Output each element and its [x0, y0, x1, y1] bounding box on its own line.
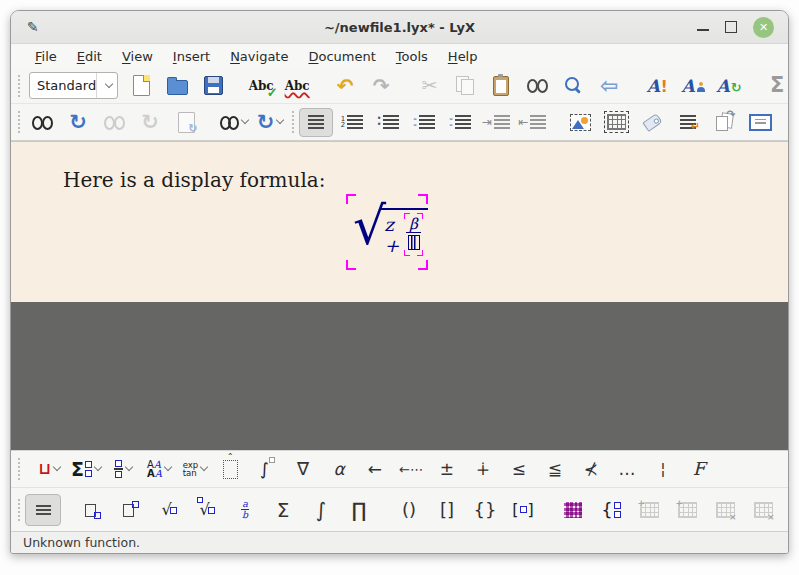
menu-insert[interactable]: Insert: [163, 47, 220, 66]
menu-tools[interactable]: Tools: [386, 47, 438, 66]
delete-row-icon: ×: [716, 502, 735, 518]
titlebar[interactable]: ✎ ~/newfile1.lyx* - LyX ✕: [11, 11, 788, 44]
toolbar-grip[interactable]: [18, 499, 20, 521]
insert-matrix-button[interactable]: [555, 494, 591, 526]
insert-parentheses-button[interactable]: (): [391, 494, 427, 526]
check-spelling-icon: Abc✓: [249, 79, 274, 93]
subscript-button[interactable]: [75, 494, 111, 526]
fraktur-letters-icon: F: [693, 460, 706, 478]
binary-operators-icon: ±: [440, 461, 454, 478]
insert-cross-reference-button[interactable]: ↵: [671, 108, 705, 137]
insert-label-button[interactable]: [635, 108, 669, 137]
insert-root-button[interactable]: √: [189, 494, 225, 526]
math-operators-menu[interactable]: ∇: [286, 455, 320, 484]
navigate-back-button[interactable]: ⇦: [592, 71, 626, 100]
insert-delimiters-button[interactable]: []: [505, 494, 541, 526]
relations-menu[interactable]: ≤: [502, 455, 536, 484]
math-spacing-menu[interactable]: ⊔: [32, 455, 66, 484]
find-advanced-button[interactable]: [556, 71, 590, 100]
insert-math-button[interactable]: Σ: [760, 71, 789, 100]
paste-button[interactable]: [484, 71, 518, 100]
labeling-list-button[interactable]: ––: [443, 108, 477, 137]
binary-operators-ams-menu[interactable]: ∔: [466, 455, 500, 484]
insert-note-button[interactable]: n: [779, 108, 789, 137]
math-decorations-menu[interactable]: ˆ: [214, 455, 248, 484]
fraktur-letters-menu[interactable]: F: [682, 455, 716, 484]
spellcheck-continuously-button[interactable]: Abc: [280, 71, 314, 100]
numbered-list-button[interactable]: 12: [335, 108, 369, 137]
minimize-button[interactable]: [697, 23, 709, 31]
toggle-noun-button[interactable]: A: [676, 71, 710, 100]
insert-float-button[interactable]: ↷: [707, 108, 741, 137]
menu-help[interactable]: Help: [438, 47, 488, 66]
undo-button[interactable]: ↶: [328, 71, 362, 100]
insert-graphics-button[interactable]: [563, 108, 597, 137]
binary-operators-menu[interactable]: ±: [430, 455, 464, 484]
decrease-depth-button[interactable]: ⇤: [515, 108, 549, 137]
delimiters-bar-menu[interactable]: ¦: [646, 455, 680, 484]
view-other-formats-button[interactable]: [217, 108, 251, 137]
dots-menu[interactable]: …: [610, 455, 644, 484]
close-button[interactable]: ✕: [753, 17, 774, 38]
view-document-button[interactable]: [25, 108, 59, 137]
toolbar-grip[interactable]: [18, 111, 20, 133]
math-functions-menu[interactable]: exptan: [178, 455, 212, 484]
increase-depth-button[interactable]: ⇥: [479, 108, 513, 137]
menu-document[interactable]: Document: [298, 47, 385, 66]
check-spelling-button[interactable]: Abc✓: [244, 71, 278, 100]
insert-table-button[interactable]: [599, 108, 633, 137]
long-arrows-menu[interactable]: ←⋯: [394, 455, 428, 484]
dropdown-chevron-icon: [164, 463, 172, 471]
superscript-button[interactable]: [113, 494, 149, 526]
toolbar-grip[interactable]: [18, 75, 20, 97]
greek-letters-menu[interactable]: α: [322, 455, 356, 484]
insert-fraction-button[interactable]: ab: [227, 494, 263, 526]
menu-file[interactable]: File: [25, 47, 67, 66]
arrows-menu[interactable]: ←: [358, 455, 392, 484]
math-text-styles-menu[interactable]: AAAA: [142, 455, 176, 484]
toggle-emphasis-button[interactable]: A!: [640, 71, 674, 100]
menu-edit[interactable]: Edit: [67, 47, 112, 66]
description-list-button[interactable]: ––: [407, 108, 441, 137]
new-document-button[interactable]: [124, 71, 158, 100]
paragraph-style-combo[interactable]: Standard: [29, 72, 118, 99]
window-title: ~/newfile1.lyx* - LyX: [11, 20, 788, 35]
redo-button[interactable]: ↷: [364, 71, 398, 100]
insert-integral-button[interactable]: ∫: [303, 494, 339, 526]
insert-product-button[interactable]: ∏: [341, 494, 377, 526]
insert-box-button[interactable]: [743, 108, 777, 137]
relations-ams-menu[interactable]: ≦: [538, 455, 572, 484]
menu-view[interactable]: View: [112, 47, 163, 66]
minimize-icon: [697, 17, 709, 31]
big-operators-menu[interactable]: Σ: [68, 455, 104, 484]
math-inset[interactable]: √ z + β: [346, 194, 428, 270]
negated-relations-icon: ⊀: [584, 461, 598, 478]
save-document-button[interactable]: [196, 71, 230, 100]
toolbar-grip[interactable]: [18, 458, 27, 480]
insert-cases-button[interactable]: {: [593, 494, 629, 526]
update-other-formats-button[interactable]: ↻: [253, 108, 287, 137]
insert-braces-icon: {}: [474, 501, 497, 519]
selection-corner-icon: [346, 260, 356, 270]
fraction-styles-menu[interactable]: [106, 455, 140, 484]
cursor-corner-icon: [417, 250, 423, 256]
apply-last-style-button[interactable]: A↻: [712, 71, 746, 100]
open-document-button[interactable]: [160, 71, 194, 100]
maximize-button[interactable]: [725, 21, 737, 33]
negated-relations-menu[interactable]: ⊀: [574, 455, 608, 484]
toggle-layout-paragraph-button[interactable]: [299, 108, 333, 137]
find-replace-button[interactable]: [520, 71, 554, 100]
menu-navigate[interactable]: Navigate: [220, 47, 298, 66]
empty-placeholder-box[interactable]: [408, 235, 420, 250]
toggle-display-mode-button[interactable]: [25, 494, 61, 526]
operators-with-limits-menu[interactable]: ∫: [250, 455, 284, 484]
toolbar-grip[interactable]: [292, 111, 294, 133]
insert-square-root-button[interactable]: √: [151, 494, 187, 526]
insert-braces-button[interactable]: {}: [467, 494, 503, 526]
bullet-list-button[interactable]: ••: [371, 108, 405, 137]
document-canvas[interactable]: Here is a display formula: √ z +: [11, 142, 788, 302]
relations-ams-icon: ≦: [548, 461, 562, 478]
update-document-button[interactable]: ↻: [61, 108, 95, 137]
insert-brackets-button[interactable]: []: [429, 494, 465, 526]
insert-sum-button[interactable]: Σ: [265, 494, 301, 526]
